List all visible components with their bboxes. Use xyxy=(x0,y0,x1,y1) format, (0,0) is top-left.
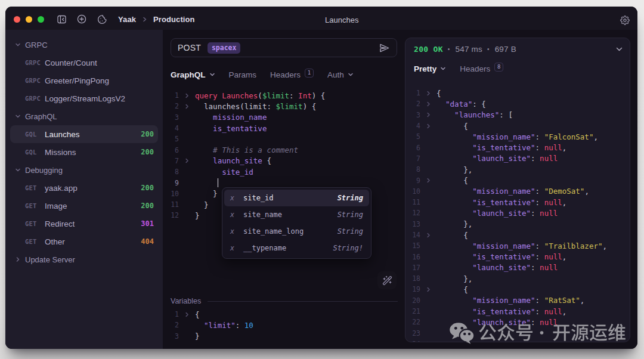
code-text: "mission_name": "Trailblazer", xyxy=(436,242,607,250)
code-line: 4 is_tentative xyxy=(163,123,404,134)
request-tabs: GraphQLParamsHeaders1Auth xyxy=(171,67,367,82)
status-badge: 200 xyxy=(141,130,154,138)
variables-label: Variables xyxy=(171,297,201,305)
code-line: 18 }, xyxy=(405,273,630,284)
autocomplete-item-site_name[interactable]: xsite_nameString xyxy=(224,206,369,223)
line-number: 11 xyxy=(405,198,420,206)
app-name[interactable]: Yaak xyxy=(118,15,136,24)
sidebar-request-image[interactable]: GETImage200 xyxy=(10,197,158,215)
new-request-icon[interactable] xyxy=(77,14,86,24)
request-method-label: GET xyxy=(25,202,45,209)
variables-editor[interactable]: 1{2 "limit": 103} xyxy=(163,309,404,342)
line-number: 13 xyxy=(405,220,420,228)
code-line: 9 xyxy=(163,177,404,188)
response-pane: 200 OK • 547 ms • 697 B PrettyHeaders8 1… xyxy=(404,30,637,349)
fold-chevron-icon xyxy=(420,341,436,342)
fold-chevron-icon xyxy=(420,233,436,238)
settings-gear-icon[interactable] xyxy=(620,8,630,32)
app-window: Yaak Production Launches GRPCGRPCCounter… xyxy=(5,7,637,349)
close-button[interactable] xyxy=(14,16,20,23)
sidebar-request-launches[interactable]: GQLLaunches200 xyxy=(10,125,158,143)
cookie-icon[interactable] xyxy=(97,14,107,24)
status-badge: 404 xyxy=(141,237,154,246)
request-tab-params[interactable]: Params xyxy=(229,70,257,79)
sidebar-folder-graphql[interactable]: GraphQL xyxy=(10,107,158,125)
format-wand-icon[interactable] xyxy=(377,271,397,289)
code-line: 1{ xyxy=(163,309,404,320)
chevron-down-icon xyxy=(348,72,354,78)
fold-chevron-icon xyxy=(420,91,436,96)
sidebar-request-logger-streamlogsv2[interactable]: GRPCLogger/StreamLogsV2 xyxy=(10,89,158,107)
url-bar[interactable]: POST spacex xyxy=(171,38,397,57)
request-tab-auth[interactable]: Auth xyxy=(327,70,354,79)
code-text: "is_tentative": null, xyxy=(436,307,566,316)
sidebar-folder-debugging[interactable]: Debugging xyxy=(10,161,158,179)
workspace-name[interactable]: Production xyxy=(153,15,195,24)
autocomplete-item-site_name_long[interactable]: xsite_name_longString xyxy=(224,223,369,240)
sidebar: GRPCGRPCCounter/CountGRPCGreeter/PingPon… xyxy=(5,30,163,349)
fold-chevron-icon xyxy=(420,178,436,183)
line-number: 5 xyxy=(405,132,420,141)
code-text: } xyxy=(195,189,218,198)
sidebar-request-counter-count[interactable]: GRPCCounter/Count xyxy=(10,54,158,72)
field-icon: x xyxy=(230,194,239,202)
sidebar-folder-label: GraphQL xyxy=(25,112,57,121)
code-text: # This is a comment xyxy=(195,146,298,154)
request-name: Logger/StreamLogsV2 xyxy=(45,94,125,103)
line-number: 19 xyxy=(405,285,420,293)
request-method-label: GQL xyxy=(25,131,45,138)
code-text: { xyxy=(436,285,468,294)
zoom-button[interactable] xyxy=(38,16,44,23)
code-text: { xyxy=(436,89,441,98)
code-line: 1query Launches($limit: Int) { xyxy=(163,90,404,101)
response-tab-headers[interactable]: Headers8 xyxy=(460,64,503,73)
line-number: 17 xyxy=(405,264,420,272)
send-icon[interactable] xyxy=(379,42,390,54)
request-method-label: GRPC xyxy=(25,77,45,84)
sidebar-request-redirect[interactable]: GETRedirect301 xyxy=(10,215,158,233)
minimize-button[interactable] xyxy=(26,16,32,23)
request-tab-graphql[interactable]: GraphQL xyxy=(171,70,215,79)
autocomplete-item-site_id[interactable]: xsite_idString xyxy=(224,190,369,206)
tab-label: GraphQL xyxy=(171,70,206,79)
request-method-label: GRPC xyxy=(25,95,45,102)
sidebar-request-greeter-pingpong[interactable]: GRPCGreeter/PingPong xyxy=(10,72,158,89)
response-size: 697 B xyxy=(495,45,516,54)
line-number: 20 xyxy=(405,296,420,305)
sidebar-request-other[interactable]: GETOther404 xyxy=(10,233,158,250)
response-body[interactable]: 1{2 "data": {3 "launches": [4 {5 "missio… xyxy=(405,88,630,342)
code-text: { xyxy=(436,339,468,342)
response-chevron-down-icon[interactable] xyxy=(615,45,623,53)
code-line: 24 { xyxy=(405,339,630,342)
toggle-sidebar-icon[interactable] xyxy=(57,15,66,24)
environment-badge[interactable]: spacex xyxy=(208,42,241,54)
chevron-right-icon xyxy=(15,256,21,262)
request-name: Missions xyxy=(45,148,76,157)
tab-label: Params xyxy=(229,70,257,79)
line-number: 1 xyxy=(163,310,179,318)
sidebar-request-yaak-app[interactable]: GETyaak.app200 xyxy=(10,179,158,197)
sidebar-request-missions[interactable]: GQLMissions200 xyxy=(10,143,158,161)
line-number: 3 xyxy=(163,332,179,341)
code-line: 3} xyxy=(163,331,404,342)
variables-section-header: Variables xyxy=(171,296,398,306)
code-text: launch_site { xyxy=(195,156,271,165)
line-number: 9 xyxy=(405,177,420,185)
response-tab-pretty[interactable]: Pretty xyxy=(414,64,446,73)
autocomplete-item-__typename[interactable]: x__typenameString! xyxy=(224,240,369,256)
titlebar: Yaak Production Launches xyxy=(5,7,637,30)
fold-chevron-icon xyxy=(420,112,436,117)
code-text: } xyxy=(195,211,200,220)
sidebar-folder-update-server[interactable]: Update Server xyxy=(10,250,158,268)
line-number: 12 xyxy=(163,211,179,219)
line-number: 2 xyxy=(163,321,179,329)
status-badge: 200 xyxy=(141,202,154,210)
request-tab-headers[interactable]: Headers1 xyxy=(270,70,314,79)
request-pane: POST spacex GraphQLParamsHeaders1Auth 1q… xyxy=(163,30,404,349)
code-text: "mission_name": "DemoSat", xyxy=(436,187,589,196)
request-method: POST xyxy=(178,43,201,52)
code-text: "limit": 10 xyxy=(195,321,253,330)
autocomplete-name: site_name_long xyxy=(243,227,304,236)
sidebar-folder-grpc[interactable]: GRPC xyxy=(10,36,158,54)
code-text: "mission_name": "FalconSat", xyxy=(436,132,598,141)
